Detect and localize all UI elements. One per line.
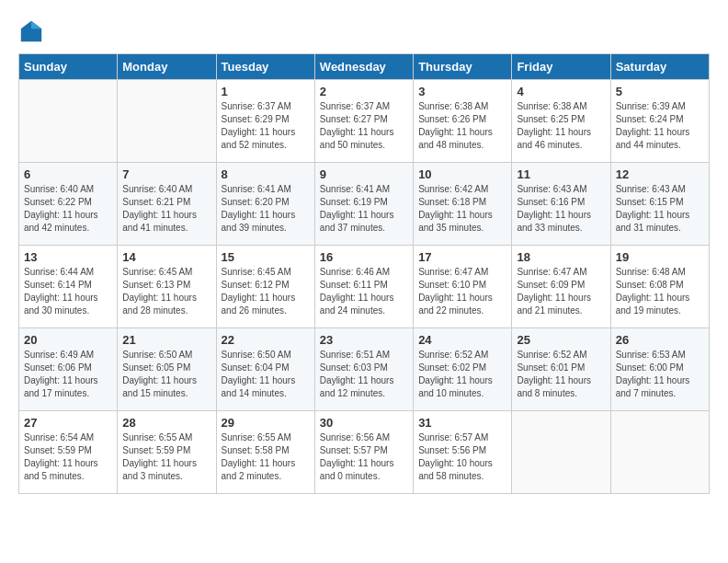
day-number: 13: [24, 250, 112, 264]
day-number: 16: [320, 250, 408, 264]
calendar-cell: 13Sunrise: 6:44 AM Sunset: 6:14 PM Dayli…: [19, 246, 118, 328]
day-number: 31: [418, 416, 506, 430]
day-number: 20: [24, 333, 112, 347]
day-info: Sunrise: 6:45 AM Sunset: 6:13 PM Dayligh…: [122, 266, 210, 317]
calendar-cell: 14Sunrise: 6:45 AM Sunset: 6:13 PM Dayli…: [118, 246, 216, 328]
day-number: 4: [517, 85, 605, 98]
column-header-thursday: Thursday: [414, 54, 512, 80]
calendar-cell: 29Sunrise: 6:55 AM Sunset: 5:58 PM Dayli…: [216, 411, 314, 494]
calendar-cell: 26Sunrise: 6:53 AM Sunset: 6:00 PM Dayli…: [610, 328, 709, 411]
day-info: Sunrise: 6:45 AM Sunset: 6:12 PM Dayligh…: [222, 266, 310, 317]
day-info: Sunrise: 6:56 AM Sunset: 5:57 PM Dayligh…: [320, 431, 408, 483]
calendar-cell: 30Sunrise: 6:56 AM Sunset: 5:57 PM Dayli…: [314, 411, 413, 494]
day-info: Sunrise: 6:39 AM Sunset: 6:24 PM Dayligh…: [616, 100, 704, 152]
day-number: 15: [222, 250, 310, 264]
calendar-week-2: 6Sunrise: 6:40 AM Sunset: 6:22 PM Daylig…: [19, 163, 710, 246]
calendar-cell: 2Sunrise: 6:37 AM Sunset: 6:27 PM Daylig…: [314, 80, 413, 163]
calendar-cell: 11Sunrise: 6:43 AM Sunset: 6:16 PM Dayli…: [512, 163, 610, 246]
day-number: 14: [122, 250, 210, 264]
calendar-week-1: 1Sunrise: 6:37 AM Sunset: 6:29 PM Daylig…: [19, 80, 710, 163]
day-info: Sunrise: 6:47 AM Sunset: 6:09 PM Dayligh…: [517, 266, 605, 317]
page-header: [18, 18, 710, 44]
day-info: Sunrise: 6:51 AM Sunset: 6:03 PM Dayligh…: [320, 349, 408, 400]
calendar-cell: 1Sunrise: 6:37 AM Sunset: 6:29 PM Daylig…: [216, 80, 314, 163]
calendar-cell: 9Sunrise: 6:41 AM Sunset: 6:19 PM Daylig…: [314, 163, 413, 246]
calendar-week-5: 27Sunrise: 6:54 AM Sunset: 5:59 PM Dayli…: [19, 411, 710, 494]
calendar-cell: 23Sunrise: 6:51 AM Sunset: 6:03 PM Dayli…: [314, 328, 413, 411]
day-number: 6: [24, 167, 112, 181]
calendar-cell: 17Sunrise: 6:47 AM Sunset: 6:10 PM Dayli…: [414, 246, 512, 328]
calendar-cell: 28Sunrise: 6:55 AM Sunset: 5:59 PM Dayli…: [118, 411, 216, 494]
calendar-cell: 27Sunrise: 6:54 AM Sunset: 5:59 PM Dayli…: [19, 411, 118, 494]
calendar-cell: 21Sunrise: 6:50 AM Sunset: 6:05 PM Dayli…: [118, 328, 216, 411]
day-number: 9: [320, 167, 408, 181]
calendar-cell: 4Sunrise: 6:38 AM Sunset: 6:25 PM Daylig…: [512, 80, 610, 163]
day-number: 10: [418, 167, 506, 181]
day-number: 18: [517, 250, 605, 264]
day-info: Sunrise: 6:44 AM Sunset: 6:14 PM Dayligh…: [24, 266, 112, 317]
calendar-cell: [19, 80, 118, 163]
day-number: 29: [222, 416, 310, 430]
day-number: 22: [222, 333, 310, 347]
day-info: Sunrise: 6:53 AM Sunset: 6:00 PM Dayligh…: [616, 349, 704, 400]
day-number: 23: [320, 333, 408, 347]
day-number: 24: [418, 333, 506, 347]
calendar-cell: 3Sunrise: 6:38 AM Sunset: 6:26 PM Daylig…: [414, 80, 512, 163]
day-info: Sunrise: 6:37 AM Sunset: 6:29 PM Dayligh…: [222, 100, 310, 152]
day-number: 1: [222, 85, 310, 98]
day-number: 26: [616, 333, 704, 347]
calendar-cell: 6Sunrise: 6:40 AM Sunset: 6:22 PM Daylig…: [19, 163, 118, 246]
column-header-tuesday: Tuesday: [216, 54, 314, 80]
calendar-cell: 12Sunrise: 6:43 AM Sunset: 6:15 PM Dayli…: [610, 163, 709, 246]
calendar-week-3: 13Sunrise: 6:44 AM Sunset: 6:14 PM Dayli…: [19, 246, 710, 328]
calendar-cell: 18Sunrise: 6:47 AM Sunset: 6:09 PM Dayli…: [512, 246, 610, 328]
calendar-cell: 10Sunrise: 6:42 AM Sunset: 6:18 PM Dayli…: [414, 163, 512, 246]
day-info: Sunrise: 6:55 AM Sunset: 5:59 PM Dayligh…: [122, 431, 210, 483]
calendar-cell: [610, 411, 709, 494]
day-info: Sunrise: 6:38 AM Sunset: 6:26 PM Dayligh…: [418, 100, 506, 152]
day-number: 21: [122, 333, 210, 347]
day-info: Sunrise: 6:41 AM Sunset: 6:19 PM Dayligh…: [320, 183, 408, 235]
column-header-wednesday: Wednesday: [314, 54, 413, 80]
calendar-cell: 8Sunrise: 6:41 AM Sunset: 6:20 PM Daylig…: [216, 163, 314, 246]
day-number: 5: [616, 85, 704, 98]
logo-icon: [18, 18, 44, 44]
calendar-cell: 5Sunrise: 6:39 AM Sunset: 6:24 PM Daylig…: [610, 80, 709, 163]
day-number: 27: [24, 416, 112, 430]
day-number: 17: [418, 250, 506, 264]
day-info: Sunrise: 6:42 AM Sunset: 6:18 PM Dayligh…: [418, 183, 506, 235]
day-info: Sunrise: 6:55 AM Sunset: 5:58 PM Dayligh…: [222, 431, 310, 483]
day-info: Sunrise: 6:43 AM Sunset: 6:15 PM Dayligh…: [616, 183, 704, 235]
calendar-cell: 15Sunrise: 6:45 AM Sunset: 6:12 PM Dayli…: [216, 246, 314, 328]
calendar-cell: 31Sunrise: 6:57 AM Sunset: 5:56 PM Dayli…: [414, 411, 512, 494]
day-info: Sunrise: 6:38 AM Sunset: 6:25 PM Dayligh…: [517, 100, 605, 152]
calendar-cell: [512, 411, 610, 494]
column-header-monday: Monday: [118, 54, 216, 80]
column-header-sunday: Sunday: [19, 54, 118, 80]
calendar-header-row: SundayMondayTuesdayWednesdayThursdayFrid…: [19, 54, 710, 80]
day-info: Sunrise: 6:50 AM Sunset: 6:05 PM Dayligh…: [122, 349, 210, 400]
day-info: Sunrise: 6:50 AM Sunset: 6:04 PM Dayligh…: [222, 349, 310, 400]
calendar-cell: [118, 80, 216, 163]
day-number: 25: [517, 333, 605, 347]
calendar-cell: 19Sunrise: 6:48 AM Sunset: 6:08 PM Dayli…: [610, 246, 709, 328]
day-info: Sunrise: 6:37 AM Sunset: 6:27 PM Dayligh…: [320, 100, 408, 152]
calendar-cell: 20Sunrise: 6:49 AM Sunset: 6:06 PM Dayli…: [19, 328, 118, 411]
day-info: Sunrise: 6:48 AM Sunset: 6:08 PM Dayligh…: [616, 266, 704, 317]
calendar-cell: 16Sunrise: 6:46 AM Sunset: 6:11 PM Dayli…: [314, 246, 413, 328]
column-header-friday: Friday: [512, 54, 610, 80]
calendar-table: SundayMondayTuesdayWednesdayThursdayFrid…: [18, 53, 710, 494]
day-info: Sunrise: 6:40 AM Sunset: 6:22 PM Dayligh…: [24, 183, 112, 235]
day-info: Sunrise: 6:41 AM Sunset: 6:20 PM Dayligh…: [222, 183, 310, 235]
day-info: Sunrise: 6:57 AM Sunset: 5:56 PM Dayligh…: [418, 431, 506, 483]
calendar-cell: 25Sunrise: 6:52 AM Sunset: 6:01 PM Dayli…: [512, 328, 610, 411]
day-info: Sunrise: 6:49 AM Sunset: 6:06 PM Dayligh…: [24, 349, 112, 400]
day-info: Sunrise: 6:52 AM Sunset: 6:01 PM Dayligh…: [517, 349, 605, 400]
day-number: 2: [320, 85, 408, 98]
logo: [18, 18, 48, 44]
day-number: 30: [320, 416, 408, 430]
calendar-week-4: 20Sunrise: 6:49 AM Sunset: 6:06 PM Dayli…: [19, 328, 710, 411]
calendar-cell: 22Sunrise: 6:50 AM Sunset: 6:04 PM Dayli…: [216, 328, 314, 411]
day-info: Sunrise: 6:46 AM Sunset: 6:11 PM Dayligh…: [320, 266, 408, 317]
day-number: 12: [616, 167, 704, 181]
